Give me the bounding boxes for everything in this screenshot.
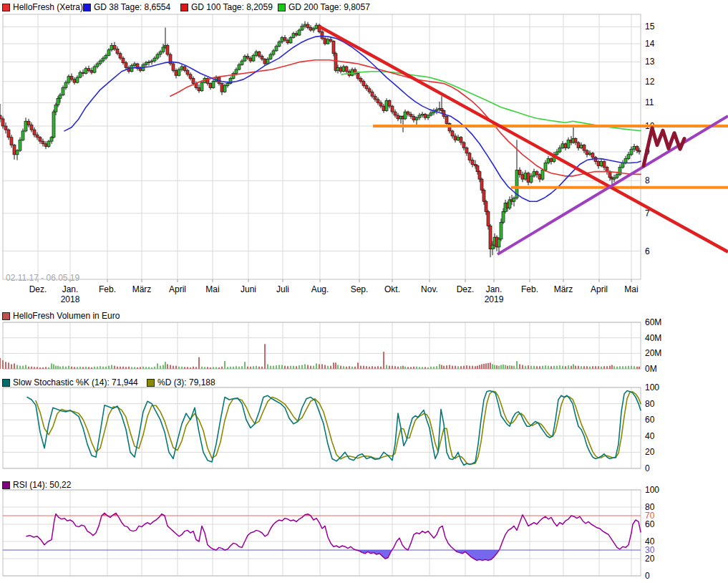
candle-down [345, 67, 348, 72]
volume-bar [583, 366, 585, 369]
candle-up [627, 155, 630, 159]
volume-tick-label: 40M [645, 333, 661, 343]
candle-down [478, 172, 481, 179]
stochastic-tick-label: 40 [645, 431, 655, 441]
candle-down [220, 84, 223, 92]
legend-color-swatch-icon [2, 379, 10, 387]
volume-bar [519, 365, 520, 370]
volume-bar [253, 366, 254, 369]
volume-bar [68, 366, 69, 369]
candle-up [342, 67, 345, 72]
volume-bar [151, 367, 152, 369]
volume-bar [578, 366, 579, 369]
candle-up [110, 45, 113, 49]
candle-down [460, 138, 462, 143]
volume-bar [85, 367, 87, 369]
candle-up [57, 98, 59, 105]
volume-bar [74, 367, 75, 369]
volume-bar [258, 367, 260, 369]
price-tick-label: 11 [645, 97, 654, 107]
candle-down [73, 80, 76, 82]
volume-bar [8, 362, 9, 369]
volume-bar [173, 366, 174, 369]
volume-bar [53, 365, 54, 370]
candle-up [351, 69, 354, 75]
month-label: Dez. [457, 284, 475, 294]
candle-up [435, 110, 438, 111]
volume-bar [14, 363, 15, 369]
candle-down [332, 41, 335, 53]
candle-up [243, 57, 246, 61]
volume-bar [337, 365, 339, 369]
candle-down [368, 89, 371, 92]
candle-down [329, 39, 332, 41]
volume-bar [516, 361, 518, 369]
legend-item: GD 38 Tage: 8,6554 [83, 2, 170, 12]
volume-bar [65, 367, 67, 369]
candle-up [16, 150, 19, 155]
volume-bar [160, 366, 161, 369]
legend-label: HelloFresh (Xetra) [13, 2, 83, 12]
volume-bar [22, 366, 24, 369]
candle-down [36, 135, 39, 138]
volume-bar [201, 367, 203, 369]
volume-bar [460, 366, 462, 369]
volume-bar [533, 366, 535, 369]
candle-down [87, 69, 90, 71]
candle-down [175, 70, 178, 75]
volume-bar [273, 366, 274, 369]
volume-bar [573, 365, 574, 370]
volume-tick-label: 0M [645, 364, 657, 374]
month-label: Mai [205, 284, 219, 294]
price-tick-label: 13 [645, 57, 655, 67]
candle-down [606, 168, 608, 172]
candle-down [183, 67, 186, 70]
stochastic-lines [27, 391, 641, 466]
chart-canvas[interactable]: 1514131211109876Dez.Jan.Feb.MärzAprilMai… [0, 0, 728, 583]
candle-down [594, 158, 597, 162]
volume-bar [509, 365, 510, 369]
volume-bar [307, 365, 309, 369]
volume-bar [410, 367, 412, 369]
candle-down [186, 70, 189, 74]
month-label: April [591, 284, 608, 294]
candle-up [275, 47, 278, 51]
candle-up [64, 82, 67, 87]
candle-up [312, 29, 315, 30]
volume-bar [105, 367, 107, 369]
candle-down [139, 69, 142, 71]
volume-bar [256, 366, 257, 369]
legend-label: GD 200 Tage: 9,8057 [288, 2, 370, 12]
volume-bar [550, 366, 552, 369]
volume-bar [270, 366, 271, 369]
candle-up [159, 52, 162, 54]
volume-bar [463, 366, 465, 369]
candle-down [638, 150, 641, 152]
volume-bar [507, 366, 508, 369]
candle-down [44, 144, 47, 147]
candle-down [198, 87, 200, 90]
candle-down [321, 32, 324, 38]
candle-down [27, 121, 30, 125]
candle-up [555, 152, 558, 155]
price-legend-row: HelloFresh (Xetra)GD 38 Tage: 8,6554GD 1… [0, 2, 728, 12]
candle-down [258, 52, 261, 56]
candle-up [502, 211, 505, 222]
volume-bar [324, 365, 326, 369]
price-tick-label: 14 [645, 39, 655, 49]
volume-bar [481, 365, 482, 370]
volume-bar [267, 365, 268, 370]
volume-bar [616, 367, 618, 369]
chart-application: 1514131211109876Dez.Jan.Feb.MärzAprilMai… [0, 0, 728, 583]
volume-bar [134, 367, 135, 369]
volume-bar [487, 363, 489, 369]
volume-bar [466, 365, 467, 369]
volume-bar [343, 366, 344, 369]
volume-bar [117, 367, 118, 369]
volume-bar [218, 367, 220, 369]
legend-item: Slow Stochastic %K (14): 71,944 [2, 377, 138, 387]
volume-bar [181, 367, 183, 369]
candle-down [451, 131, 454, 136]
candle-up [24, 121, 27, 131]
volume-bar [145, 367, 147, 369]
